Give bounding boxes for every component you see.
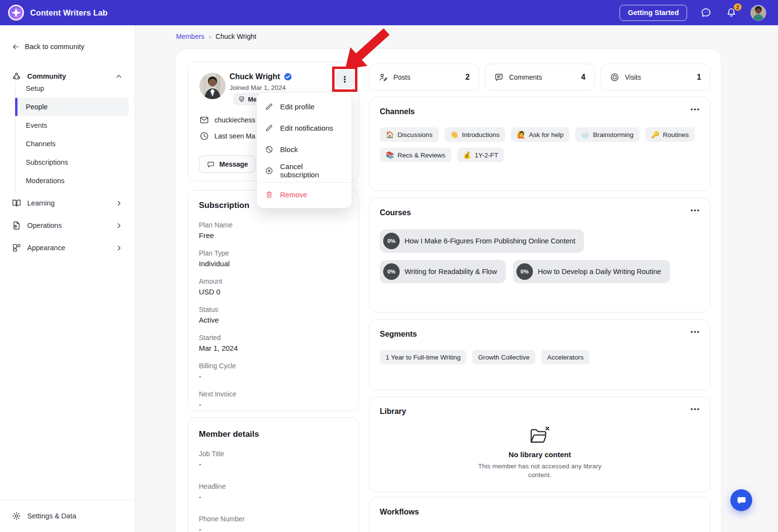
community-logo-icon[interactable]	[8, 4, 24, 21]
notifications-bell-icon[interactable]: 2	[725, 6, 738, 19]
pencil-icon	[265, 124, 273, 132]
course-item[interactable]: 0% How I Make 6-Figures From Publishing …	[380, 229, 584, 253]
menu-item-edit-notifications[interactable]: Edit notifications	[257, 117, 352, 138]
channel-chip[interactable]: 📚Recs & Reviews	[380, 148, 451, 162]
comment-icon	[494, 72, 504, 82]
segment-chip[interactable]: 1 Year to Full-time Writing	[380, 350, 466, 364]
course-progress-badge: 0%	[516, 263, 533, 280]
member-details-card: Member details Job Title- Headline- Phon…	[188, 417, 359, 532]
message-button[interactable]: Message	[199, 155, 255, 173]
member-details-title: Member details	[199, 429, 348, 439]
member-email: chuckiechess	[214, 116, 255, 124]
member-email-row: chuckiechess	[199, 115, 255, 125]
subscription-field: Billing Cycle-	[199, 361, 348, 382]
courses-title: Courses	[380, 208, 411, 217]
segments-card: Segments ••• 1 Year to Full-time Writing…	[369, 319, 710, 390]
sidebar-item-setup[interactable]: Setup	[15, 79, 129, 98]
sidebar-item-moderations[interactable]: Moderations	[15, 172, 129, 190]
top-header: Content Writers Lab Getting Started 2	[0, 0, 778, 25]
sidebar-item-events[interactable]: Events	[15, 116, 129, 135]
sidebar-item-subscriptions[interactable]: Subscriptions	[15, 153, 129, 172]
breadcrumb: Members › Chuck Wright	[176, 32, 256, 40]
channel-emoji: 🙋	[517, 131, 525, 138]
back-to-community-link[interactable]: Back to community	[0, 41, 135, 52]
verified-badge-icon	[283, 72, 292, 81]
library-empty-description: This member has not accessed any library…	[467, 462, 613, 480]
channel-emoji: 👋	[450, 131, 459, 138]
sidebar-section-appearance[interactable]: Appearance	[0, 239, 135, 257]
channel-emoji: 🔑	[651, 131, 659, 138]
segment-chip[interactable]: Growth Collective	[472, 350, 535, 364]
library-title: Library	[380, 407, 406, 416]
file-gear-icon	[12, 221, 21, 230]
channel-chip[interactable]: 🔑Routines	[645, 127, 695, 142]
sidebar-item-people[interactable]: People	[15, 98, 129, 116]
layout-blocks-icon	[12, 243, 21, 253]
channels-title: Channels	[380, 107, 415, 116]
workflows-card: Workflows	[369, 497, 710, 532]
channel-chip[interactable]: 💰1Y-2-FT	[457, 148, 504, 162]
visits-count: 1	[697, 73, 701, 82]
user-avatar[interactable]	[750, 5, 766, 21]
segments-title: Segments	[380, 330, 417, 339]
channel-emoji: 💰	[463, 151, 471, 159]
subscription-field: Plan TypeIndividual	[199, 248, 348, 269]
channel-chip[interactable]: 👋Introductions	[444, 127, 506, 142]
menu-item-remove[interactable]: Remove	[257, 184, 352, 205]
gear-icon	[12, 511, 21, 521]
course-item[interactable]: 0% How to Develop a Daily Writing Routin…	[513, 260, 670, 283]
library-more-icon[interactable]: •••	[690, 405, 700, 413]
member-actions-more-button[interactable]: ⋮	[336, 70, 354, 88]
app-title: Content Writers Lab	[30, 8, 107, 17]
subscription-field: AmountUSD 0	[199, 276, 348, 297]
member-last-seen-row: Last seen Ma	[199, 131, 255, 141]
segments-more-icon[interactable]: •••	[690, 327, 700, 336]
trash-icon	[265, 190, 273, 199]
courses-card: Courses ••• 0% How I Make 6-Figures From…	[369, 198, 710, 312]
target-eye-icon	[610, 72, 619, 82]
settings-and-data-link[interactable]: Settings & Data	[0, 509, 135, 523]
notification-count-badge: 2	[733, 2, 743, 12]
menu-item-block[interactable]: Block	[257, 138, 352, 160]
menu-item-edit-profile[interactable]: Edit profile	[257, 96, 352, 117]
active-indicator-bar	[15, 98, 18, 116]
chat-bubble-icon	[736, 495, 747, 506]
shield-check-icon	[238, 96, 245, 103]
channels-more-icon[interactable]: •••	[690, 105, 700, 114]
sidebar-footer: Settings & Data	[0, 499, 135, 532]
channels-card: Channels ••• 🏠Discussions 👋Introductions…	[369, 97, 710, 191]
member-actions-menu: Edit profile Edit notifications Block Ca…	[256, 92, 352, 208]
breadcrumb-current: Chuck Wright	[215, 33, 256, 40]
member-name: Chuck Wright	[230, 72, 280, 81]
x-circle-icon	[265, 167, 273, 175]
subscription-field: Plan NameFree	[199, 220, 348, 241]
getting-started-button[interactable]: Getting Started	[619, 5, 687, 21]
admin-sidebar: Back to community Community Setup People…	[0, 25, 135, 532]
channel-chip[interactable]: 🙋Ask for help	[511, 127, 569, 142]
stat-card-visits: Visits 1	[601, 64, 710, 91]
course-item[interactable]: 0% Writing for Readability & Flow	[380, 260, 506, 283]
member-details-field: Phone Number-	[199, 514, 348, 532]
sidebar-item-channels[interactable]: Channels	[15, 135, 129, 153]
course-progress-badge: 0%	[383, 263, 400, 280]
breadcrumb-members-link[interactable]: Members	[176, 33, 204, 40]
stat-card-posts: Posts 2	[369, 64, 479, 91]
courses-more-icon[interactable]: •••	[690, 206, 700, 215]
subscription-field: Next Invoice-	[199, 389, 348, 410]
folder-x-icon	[529, 425, 551, 446]
arrow-left-icon	[12, 43, 20, 51]
sidebar-section-operations[interactable]: Operations	[0, 216, 135, 235]
subscription-field: StartedMar 1, 2024	[199, 333, 348, 354]
messages-icon[interactable]	[700, 6, 712, 19]
chevron-right-icon	[115, 199, 123, 207]
segment-chip[interactable]: Accelerators	[541, 350, 589, 364]
channel-chip[interactable]: 🏠Discussions	[380, 127, 439, 142]
member-joined-date: Joined Mar 1, 2024	[230, 84, 286, 91]
channel-chip[interactable]: 🌧️Brainstorming	[575, 127, 639, 142]
menu-item-cancel-subscription[interactable]: Cancel subscription	[257, 160, 352, 181]
book-open-icon	[12, 198, 21, 208]
chat-bubble-icon	[207, 160, 215, 169]
sidebar-section-learning[interactable]: Learning	[0, 194, 135, 212]
library-card: Library ••• No library content This memb…	[369, 396, 710, 492]
support-chat-button[interactable]	[730, 489, 752, 511]
